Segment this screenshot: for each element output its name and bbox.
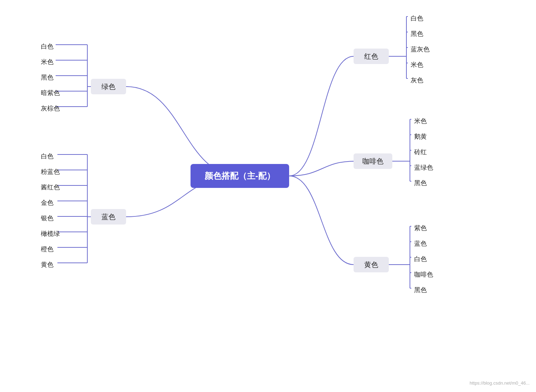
leaf-blue-3: 酱红色 (38, 182, 63, 192)
leaf-yellow-5: 黑色 (411, 285, 430, 295)
leaf-blue-2: 粉蓝色 (38, 167, 63, 177)
mid-node-blue: 蓝色 (91, 209, 126, 225)
leaf-red-2: 黑色 (408, 29, 426, 39)
mid-node-red: 红色 (354, 49, 389, 64)
leaf-coffee-3: 砖红 (411, 147, 430, 157)
leaf-red-4: 米色 (408, 60, 426, 70)
mid-node-green: 绿色 (91, 79, 126, 94)
leaf-blue-4: 金色 (38, 198, 56, 208)
leaf-coffee-4: 蓝绿色 (411, 163, 436, 172)
mind-map: 颜色搭配（主-配） 绿色 白色 米色 黑色 暗紫色 灰棕色 蓝色 白色 粉蓝色 … (0, 0, 536, 392)
leaf-blue-7: 橙色 (38, 244, 56, 254)
watermark: https://blog.csdn.net/m0_46... (469, 380, 530, 386)
leaf-blue-1: 白色 (38, 151, 56, 161)
leaf-yellow-4: 咖啡色 (411, 270, 436, 279)
leaf-green-5: 灰棕色 (38, 103, 63, 113)
leaf-green-2: 米色 (38, 57, 56, 67)
leaf-red-3: 蓝灰色 (408, 44, 432, 54)
leaf-green-4: 暗紫色 (38, 88, 63, 98)
leaf-red-1: 白色 (408, 13, 426, 23)
mid-node-coffee: 咖啡色 (354, 153, 392, 169)
mid-node-yellow: 黄色 (354, 257, 389, 272)
leaf-yellow-1: 紫色 (411, 223, 430, 233)
connections-svg (0, 0, 536, 392)
leaf-blue-6: 橄榄绿 (38, 229, 63, 239)
leaf-coffee-1: 米色 (411, 116, 430, 126)
leaf-coffee-2: 鹅黄 (411, 132, 430, 141)
center-node: 颜色搭配（主-配） (191, 164, 289, 188)
leaf-red-5: 灰色 (408, 75, 426, 85)
leaf-green-1: 白色 (38, 42, 56, 51)
leaf-coffee-5: 黑色 (411, 178, 430, 188)
leaf-yellow-3: 白色 (411, 254, 430, 264)
leaf-green-3: 黑色 (38, 72, 56, 82)
leaf-blue-5: 银色 (38, 213, 56, 223)
leaf-blue-8: 黄色 (38, 260, 56, 270)
leaf-yellow-2: 蓝色 (411, 239, 430, 248)
